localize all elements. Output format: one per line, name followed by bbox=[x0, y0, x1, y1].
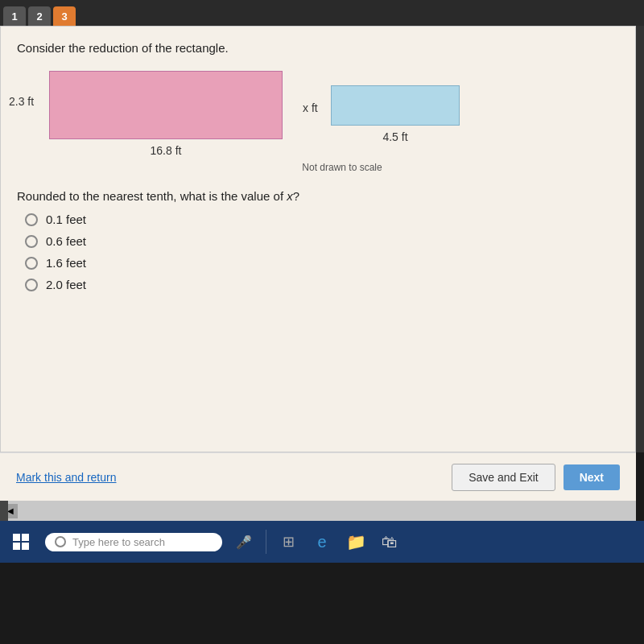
option-1[interactable]: 0.1 feet bbox=[25, 213, 619, 226]
option-4[interactable]: 2.0 feet bbox=[25, 278, 619, 291]
windows-icon bbox=[13, 534, 29, 550]
radio-1[interactable] bbox=[25, 213, 38, 226]
radio-3[interactable] bbox=[25, 257, 38, 270]
not-to-scale-label: Not drawn to scale bbox=[49, 162, 635, 173]
option-1-label: 0.1 feet bbox=[46, 213, 86, 226]
tab-bar: 1 2 3 bbox=[0, 0, 644, 26]
small-rect bbox=[331, 85, 460, 126]
small-rect-wrapper: x ft 4.5 ft bbox=[331, 85, 460, 143]
big-rect bbox=[49, 71, 283, 139]
radio-4[interactable] bbox=[25, 279, 38, 291]
windows-quad-3 bbox=[13, 543, 20, 550]
rectangles-container: 2.3 ft 16.8 ft x ft 4.5 ft bbox=[1, 63, 635, 157]
edge-icon: e bbox=[317, 533, 326, 551]
quiz-area: Consider the reduction of the rectangle.… bbox=[0, 26, 636, 452]
save-exit-button[interactable]: Save and Exit bbox=[452, 464, 555, 491]
option-3-label: 1.6 feet bbox=[46, 256, 86, 270]
taskbar: Type here to search 🎤 ⊞ e 📁 🛍 bbox=[0, 521, 644, 563]
option-2-label: 0.6 feet bbox=[46, 234, 86, 248]
tab-2[interactable]: 2 bbox=[28, 6, 51, 26]
windows-start-button[interactable] bbox=[6, 527, 35, 556]
taskbar-microphone-icon[interactable]: 🎤 bbox=[232, 530, 256, 554]
search-icon bbox=[55, 536, 66, 547]
option-3[interactable]: 1.6 feet bbox=[25, 256, 619, 270]
windows-quad-1 bbox=[13, 534, 20, 541]
options-list: 0.1 feet 0.6 feet 1.6 feet 2.0 feet bbox=[1, 213, 635, 291]
question-prompt: Consider the reduction of the rectangle. bbox=[1, 27, 635, 63]
next-button[interactable]: Next bbox=[564, 464, 620, 490]
tab-3[interactable]: 3 bbox=[53, 6, 76, 26]
windows-quad-2 bbox=[22, 534, 29, 541]
taskbar-divider-1 bbox=[266, 530, 266, 554]
multitask-icon: ⊞ bbox=[283, 533, 295, 551]
bottom-dark bbox=[0, 501, 8, 521]
question-text: Rounded to the nearest tenth, what is th… bbox=[1, 173, 635, 213]
big-rect-label-bottom: 16.8 ft bbox=[151, 144, 182, 157]
mic-icon: 🎤 bbox=[236, 535, 252, 550]
files-icon: 📁 bbox=[346, 532, 366, 551]
side-panel bbox=[636, 26, 644, 452]
action-bar: Mark this and return Save and Exit Next bbox=[0, 452, 636, 501]
option-4-label: 2.0 feet bbox=[46, 278, 86, 291]
taskbar-multitasking-icon[interactable]: ⊞ bbox=[276, 530, 300, 554]
taskbar-edge-icon[interactable]: e bbox=[310, 530, 334, 554]
mark-return-link[interactable]: Mark this and return bbox=[16, 471, 117, 484]
scroll-area[interactable]: ◀ bbox=[0, 501, 636, 521]
small-rect-label-bottom: 4.5 ft bbox=[382, 130, 407, 143]
store-icon: 🛍 bbox=[382, 533, 398, 551]
small-rect-label-left: x ft bbox=[303, 101, 318, 114]
tab-1[interactable]: 1 bbox=[3, 6, 26, 26]
radio-2[interactable] bbox=[25, 235, 38, 248]
taskbar-store-icon[interactable]: 🛍 bbox=[378, 530, 402, 554]
action-buttons: Save and Exit Next bbox=[452, 464, 620, 491]
windows-quad-4 bbox=[22, 543, 29, 550]
taskbar-files-icon[interactable]: 📁 bbox=[344, 530, 368, 554]
big-rect-wrapper: 2.3 ft 16.8 ft bbox=[49, 71, 283, 157]
taskbar-search-bar[interactable]: Type here to search bbox=[45, 533, 222, 551]
search-input[interactable]: Type here to search bbox=[72, 536, 165, 548]
big-rect-label-left: 2.3 ft bbox=[9, 95, 34, 108]
option-2[interactable]: 0.6 feet bbox=[25, 234, 619, 248]
